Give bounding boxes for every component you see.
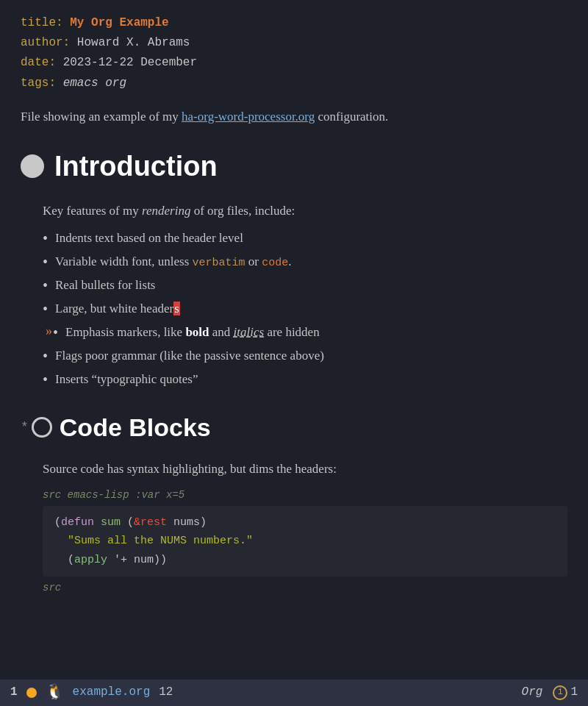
- src-label-start: src emacs-lisp :var x=5: [43, 487, 567, 503]
- list-item-text: Emphasis markers, like bold and italics …: [65, 322, 320, 342]
- cursor: s: [173, 302, 180, 315]
- meta-date-line: date: 2023-12-22 December: [21, 53, 567, 73]
- tags-value: emacs org: [63, 76, 126, 90]
- section2-intro: Source code has syntax highlighting, but…: [43, 459, 567, 479]
- bullet-icon: •: [53, 322, 58, 343]
- section1-heading-circle: [21, 154, 44, 178]
- italic-text: italics: [234, 325, 265, 339]
- date-value: 2023-12-22 December: [63, 56, 197, 69]
- section2-heading-text: Code Blocks: [60, 407, 211, 447]
- emacs-icon: 🐧: [46, 681, 64, 705]
- src-label-end: src: [43, 580, 567, 596]
- section1-intro: Key features of my rendering of org file…: [43, 201, 567, 221]
- status-col: 12: [159, 683, 173, 702]
- list-item: • Variable width font, unless verbatim o…: [43, 252, 567, 272]
- list-item: • Inserts “typographic quotes”: [43, 369, 567, 390]
- status-mode: Org: [522, 683, 543, 702]
- author-key: author:: [21, 36, 70, 49]
- arrow-icon: »: [46, 322, 52, 340]
- section1-list: • Indents text based on the header level…: [43, 228, 567, 390]
- section2-heading-icon: *: [21, 417, 52, 438]
- list-item: • Indents text based on the header level: [43, 228, 567, 249]
- section2-heading-circle: [32, 417, 52, 438]
- bullet-icon: •: [43, 228, 48, 249]
- meta-title-line: title: My Org Example: [21, 13, 567, 33]
- intro-link[interactable]: ha-org-word-processor.org: [182, 110, 315, 124]
- title-value: My Org Example: [70, 16, 168, 29]
- code-line-2: "Sums all the NUMS numbers.": [54, 532, 556, 551]
- section1-heading: Introduction: [21, 144, 567, 189]
- intro-text-before: File showing an example of my: [21, 110, 182, 124]
- meta-tags-line: tags: emacs org: [21, 74, 567, 93]
- section1-heading-text: Introduction: [54, 144, 218, 189]
- list-item: • Real bullets for lists: [43, 275, 567, 296]
- tags-key: tags:: [21, 76, 56, 90]
- bullet-icon: •: [43, 275, 48, 296]
- list-item: • Flags poor grammar (like the passive s…: [43, 346, 567, 366]
- code-text: code: [262, 257, 288, 269]
- title-key: title:: [21, 16, 63, 29]
- date-key: date:: [21, 56, 56, 69]
- verbatim-text: verbatim: [193, 257, 245, 269]
- status-right: Org i 1: [522, 683, 578, 702]
- section2-body: Source code has syntax highlighting, but…: [21, 459, 567, 596]
- list-item-text: Inserts “typographic quotes”: [55, 369, 198, 389]
- status-filename: example.org: [73, 683, 151, 702]
- status-line-number: 1: [10, 683, 18, 702]
- list-item-text: Variable width font, unless verbatim or …: [55, 252, 291, 272]
- intro-text-after: configuration.: [315, 110, 388, 124]
- code-line-1: (defun sum (&rest nums): [54, 513, 556, 532]
- bold-text: bold: [185, 325, 209, 339]
- list-item-text: Indents text based on the header level: [55, 228, 243, 248]
- author-value: Howard X. Abrams: [77, 36, 190, 49]
- status-info-num: 1: [570, 683, 578, 702]
- section1-intro-after: of org files, include:: [190, 204, 295, 218]
- intro-paragraph: File showing an example of my ha-org-wor…: [21, 107, 567, 126]
- info-circle-icon: i: [553, 685, 567, 700]
- status-dot-icon: [26, 688, 37, 698]
- list-item-text: Flags poor grammar (like the passive sen…: [55, 346, 324, 366]
- list-item: • Emphasis markers, like bold and italic…: [43, 322, 567, 343]
- star-icon: *: [21, 417, 29, 438]
- section1-intro-italic: rendering: [142, 204, 190, 218]
- status-bar: 1 🐧 example.org 12 Org i 1: [0, 680, 588, 706]
- list-item: • Large, but white headers: [43, 299, 567, 319]
- code-block: (defun sum (&rest nums) "Sums all the NU…: [43, 506, 567, 577]
- section1-intro-before: Key features of my: [43, 204, 142, 218]
- bullet-icon: •: [43, 252, 48, 272]
- list-item-text: Large, but white headers: [55, 299, 180, 318]
- arrow-wrap: » • Emphasis markers, like bold and ital…: [43, 322, 567, 343]
- section1-body: Key features of my rendering of org file…: [21, 201, 567, 390]
- meta-author-line: author: Howard X. Abrams: [21, 33, 567, 53]
- status-info: i 1: [553, 683, 578, 702]
- list-item-text: Real bullets for lists: [55, 275, 155, 295]
- code-line-3: (apply '+ num)): [54, 551, 556, 570]
- section2-heading: * Code Blocks: [21, 407, 567, 447]
- bullet-icon: •: [43, 299, 48, 319]
- metadata-block: title: My Org Example author: Howard X. …: [21, 13, 567, 93]
- bullet-icon: •: [43, 346, 48, 366]
- bullet-icon: •: [43, 369, 48, 390]
